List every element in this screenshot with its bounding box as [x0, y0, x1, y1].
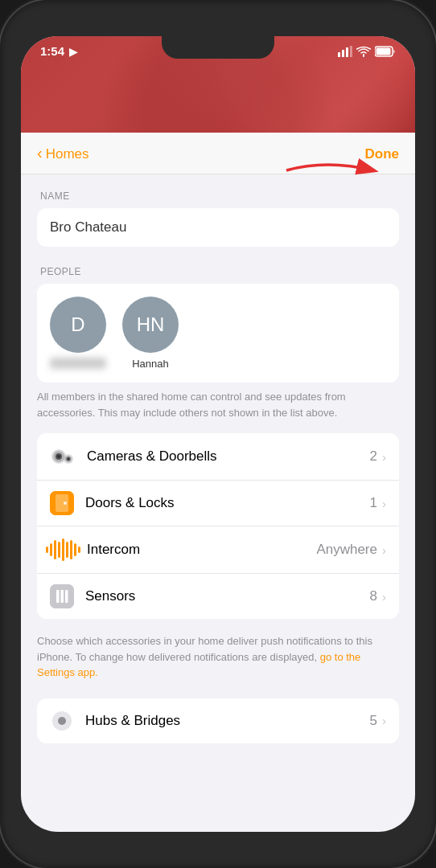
- back-chevron-icon: ‹: [37, 144, 43, 162]
- cameras-value: 2: [370, 448, 377, 465]
- people-label: PEOPLE: [37, 266, 399, 277]
- person-d: D: [50, 297, 106, 370]
- phone-frame: 1:54 ▶: [0, 0, 436, 868]
- doors-locks-item[interactable]: Doors & Locks 1 ›: [37, 481, 399, 526]
- person-hn-name: Hannah: [132, 358, 169, 370]
- hubs-value: 5: [370, 713, 377, 729]
- svg-rect-21: [65, 590, 68, 603]
- intercom-item[interactable]: Intercom Anywhere ›: [37, 526, 399, 574]
- doors-value: 1: [370, 495, 377, 511]
- doors-chevron: ›: [382, 497, 386, 510]
- done-button[interactable]: Done: [365, 146, 400, 162]
- people-section: PEOPLE D HN Hannah: [21, 266, 415, 383]
- cameras-label: Cameras & Doorbells: [87, 448, 370, 465]
- people-card: D HN Hannah: [37, 284, 399, 383]
- hubs-label: Hubs & Bridges: [85, 713, 370, 729]
- status-time: 1:54 ▶: [40, 44, 77, 58]
- svg-rect-20: [61, 590, 64, 603]
- accessories-list: Cameras & Doorbells 2 ›: [37, 433, 399, 619]
- people-list: D HN Hannah: [37, 284, 399, 383]
- name-card: [37, 208, 399, 247]
- notch: [162, 36, 274, 59]
- svg-rect-3: [350, 46, 352, 57]
- name-section: NAME: [21, 190, 415, 247]
- nav-bar: ‹ Homes Done: [21, 133, 415, 174]
- intercom-label: Intercom: [87, 542, 316, 558]
- description-text: All members in the shared home can contr…: [21, 389, 415, 420]
- intercom-icon: [50, 537, 76, 563]
- cameras-chevron: ›: [382, 450, 386, 464]
- signal-icon: [338, 46, 352, 57]
- svg-rect-19: [56, 590, 60, 603]
- battery-icon: [375, 46, 396, 57]
- hubs-chevron: ›: [382, 714, 386, 727]
- doors-label: Doors & Locks: [85, 495, 370, 511]
- svg-point-14: [68, 458, 69, 460]
- scrollable-content: NAME PEOPLE D: [21, 174, 415, 829]
- svg-point-23: [58, 717, 66, 725]
- name-input[interactable]: [37, 208, 399, 247]
- intercom-chevron: ›: [382, 543, 386, 557]
- svg-rect-2: [346, 47, 348, 57]
- sensors-chevron: ›: [382, 590, 386, 604]
- person-d-name-blurred: [50, 358, 106, 369]
- doors-icon: [50, 491, 74, 515]
- hubs-section: Hubs & Bridges 5 ›: [37, 698, 399, 743]
- wifi-icon: [356, 46, 371, 57]
- cameras-doorbells-item[interactable]: Cameras & Doorbells 2 ›: [37, 433, 399, 481]
- svg-rect-1: [342, 50, 344, 57]
- svg-rect-5: [376, 47, 391, 55]
- avatar-hn: HN: [122, 297, 179, 353]
- sensors-value: 8: [370, 588, 377, 604]
- cameras-icon: [50, 444, 76, 469]
- push-notification-text: Choose which accessories in your home de…: [21, 625, 415, 689]
- svg-point-10: [57, 455, 60, 458]
- avatar-d: D: [50, 297, 106, 353]
- phone-screen: 1:54 ▶: [21, 36, 415, 832]
- hubs-icon: [50, 709, 74, 733]
- name-label: NAME: [37, 190, 399, 202]
- person-hn: HN Hannah: [122, 297, 179, 370]
- back-label: Homes: [46, 146, 89, 162]
- svg-point-17: [64, 502, 67, 505]
- hubs-bridges-item[interactable]: Hubs & Bridges 5 ›: [37, 698, 399, 743]
- sensors-icon: [50, 584, 74, 608]
- sensors-item[interactable]: Sensors 8 ›: [37, 574, 399, 619]
- intercom-value: Anywhere: [316, 542, 377, 558]
- sensors-label: Sensors: [85, 588, 370, 604]
- status-icons: [338, 46, 396, 57]
- back-button[interactable]: ‹ Homes: [37, 145, 89, 162]
- waveform-visual: [46, 538, 80, 561]
- svg-rect-0: [338, 52, 340, 57]
